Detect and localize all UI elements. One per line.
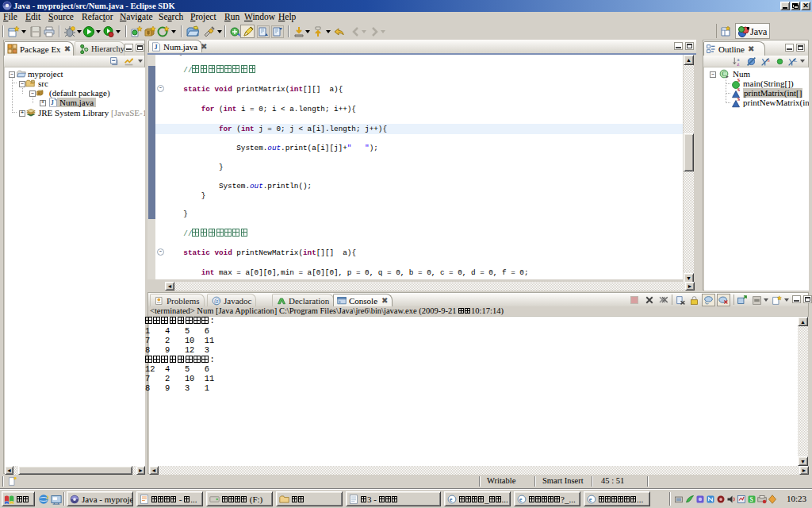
svg-text:J: J bbox=[51, 99, 54, 106]
svg-text:S: S bbox=[749, 496, 753, 503]
svg-text:z: z bbox=[737, 61, 740, 67]
svg-text:e: e bbox=[519, 496, 523, 503]
svg-text:C: C bbox=[722, 71, 726, 78]
svg-text:J: J bbox=[154, 44, 157, 51]
svg-text:e: e bbox=[589, 496, 592, 503]
svg-text:e: e bbox=[450, 496, 453, 503]
svg-text:@: @ bbox=[214, 297, 220, 304]
